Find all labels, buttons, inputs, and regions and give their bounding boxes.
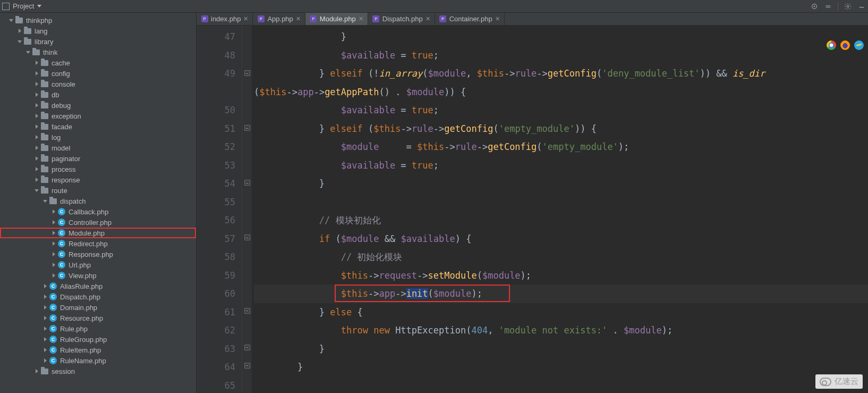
code-line[interactable] [254,193,868,212]
tree-file[interactable]: CAliasRule.php [0,281,196,291]
expand-arrow-icon[interactable] [34,166,39,172]
expand-arrow-icon[interactable] [34,71,39,76]
expand-arrow-icon[interactable] [34,135,39,140]
code-line[interactable]: $module = $this->rule->getConfig('empty_… [254,138,868,156]
chrome-icon[interactable] [827,40,836,50]
tree-file[interactable]: CCallback.php [0,206,196,217]
tree-file[interactable]: CRuleGroup.php [0,334,196,345]
expand-arrow-icon[interactable] [8,18,14,23]
tree-file[interactable]: CController.php [0,217,196,228]
code-line[interactable]: } else { [254,303,868,322]
tree-folder[interactable]: lang [0,26,196,36]
code-line[interactable]: } [254,340,868,358]
editor-tab[interactable]: PModule.php✕ [305,13,368,25]
expand-arrow-icon[interactable] [34,60,39,65]
tree-folder[interactable]: dispatch [0,196,196,206]
tree-folder[interactable]: library [0,36,196,47]
close-icon[interactable]: ✕ [426,15,430,22]
tree-folder[interactable]: paginator [0,153,196,164]
tree-file[interactable]: CRule.php [0,323,196,334]
tree-folder[interactable]: exception [0,111,196,121]
code-line[interactable]: $available = true; [254,101,868,120]
code-line[interactable]: ($this->app->getAppPath() . $module)) { [254,83,868,102]
expand-arrow-icon[interactable] [17,39,22,44]
expand-arrow-icon[interactable] [42,315,48,321]
expand-arrow-icon[interactable] [34,92,39,97]
code-line[interactable]: $this->app->init($module); [254,285,868,303]
tree-folder[interactable]: thinkphp [0,15,196,26]
tree-file[interactable]: CResource.php [0,313,196,323]
expand-arrow-icon[interactable] [42,326,48,331]
code-line[interactable]: } [254,358,868,377]
expand-arrow-icon[interactable] [25,49,31,55]
tree-folder[interactable]: log [0,132,196,143]
tree-folder[interactable]: response [0,174,196,185]
fold-toggle-icon[interactable]: − [244,345,250,350]
code-line[interactable]: } elseif (!in_array($module, $this->rule… [254,64,868,83]
tree-folder[interactable]: console [0,79,196,89]
code-line[interactable] [254,377,868,394]
gear-icon[interactable] [844,2,852,11]
tree-folder[interactable]: facade [0,121,196,132]
fold-toggle-icon[interactable]: − [244,125,250,131]
close-icon[interactable]: ✕ [296,15,301,22]
expand-arrow-icon[interactable] [51,241,56,246]
expand-arrow-icon[interactable] [34,124,39,129]
expand-arrow-icon[interactable] [42,347,48,353]
tree-file[interactable]: CRuleItem.php [0,345,196,355]
editor-tab[interactable]: PApp.php✕ [253,13,305,25]
tree-file[interactable]: CDomain.php [0,302,196,313]
locate-icon[interactable] [810,2,819,11]
tree-file[interactable]: CRuleName.php [0,355,196,366]
code-line[interactable]: } [254,28,868,46]
expand-arrow-icon[interactable] [34,81,39,87]
code-line[interactable]: throw new HttpException(404, 'module not… [254,321,868,340]
expand-arrow-icon[interactable] [42,358,48,363]
expand-arrow-icon[interactable] [34,177,39,182]
close-icon[interactable]: ✕ [243,15,248,22]
expand-arrow-icon[interactable] [34,369,39,374]
fold-toggle-icon[interactable]: − [244,308,250,314]
collapse-icon[interactable] [824,2,832,11]
tree-folder[interactable]: session [0,366,196,377]
project-label[interactable]: Project [13,2,34,10]
expand-arrow-icon[interactable] [51,230,56,236]
code-line[interactable]: $available = true; [254,46,868,65]
fold-toggle-icon[interactable]: − [244,180,250,186]
tree-folder[interactable]: think [0,47,196,57]
editor-tab[interactable]: PDispatch.php✕ [368,13,435,25]
tree-file[interactable]: CUrl.php [0,260,196,270]
code-line[interactable]: if ($module && $available) { [254,230,868,248]
expand-arrow-icon[interactable] [42,283,48,289]
expand-arrow-icon[interactable] [42,198,48,204]
code-line[interactable]: $available = true; [254,156,868,175]
tree-folder[interactable]: model [0,143,196,153]
code-area[interactable]: } $available = true; } elseif (!in_array… [252,26,868,393]
tree-folder[interactable]: config [0,68,196,79]
project-dropdown-caret-icon[interactable] [37,5,41,7]
ie-icon[interactable] [854,40,864,50]
expand-arrow-icon[interactable] [42,337,48,342]
expand-arrow-icon[interactable] [42,305,48,310]
close-icon[interactable]: ✕ [495,15,500,22]
code-line[interactable]: // 模块初始化 [254,211,868,230]
fold-toggle-icon[interactable]: − [244,363,250,369]
tree-folder[interactable]: process [0,164,196,174]
expand-arrow-icon[interactable] [51,220,56,225]
expand-arrow-icon[interactable] [51,262,56,267]
expand-arrow-icon[interactable] [51,209,56,214]
minimize-icon[interactable] [857,2,866,11]
expand-arrow-icon[interactable] [34,156,39,161]
tree-file[interactable]: CRedirect.php [0,238,196,249]
code-line[interactable]: // 初始化模块 [254,248,868,266]
expand-arrow-icon[interactable] [17,28,22,34]
code-line[interactable]: } [254,174,868,193]
tree-file[interactable]: CModule.php [0,228,196,238]
code-line[interactable]: $this->request->setModule($module); [254,266,868,285]
expand-arrow-icon[interactable] [34,188,39,193]
editor-tab[interactable]: Pindex.php✕ [197,13,253,25]
tree-folder[interactable]: db [0,89,196,100]
editor-tab[interactable]: PContainer.php✕ [435,13,505,25]
close-icon[interactable]: ✕ [359,15,363,22]
code-line[interactable]: } elseif ($this->rule->getConfig('empty_… [254,120,868,138]
